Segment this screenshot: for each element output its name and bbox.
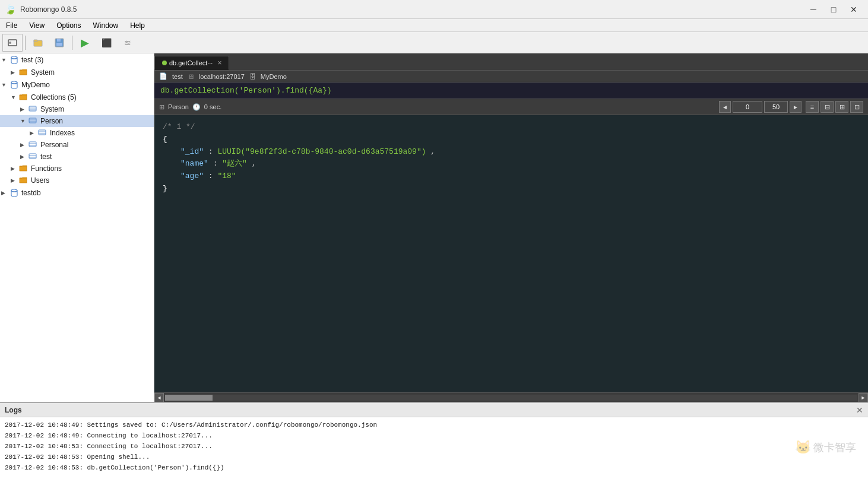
- tree-label: MyDemo: [21, 81, 50, 89]
- arrow-icon: ▶: [20, 106, 28, 112]
- log-line-4: 2017-12-02 10:48:53: Opening shell...: [5, 452, 863, 462]
- tree-item-functions[interactable]: ▶ Functions: [0, 163, 154, 175]
- log-line-5: 2017-12-02 10:48:53: db.getCollection('P…: [5, 462, 863, 473]
- svg-rect-5: [57, 39, 61, 42]
- arrow-icon: ▼: [1, 57, 9, 63]
- tab-close-button[interactable]: ×: [217, 59, 221, 67]
- tree-label: Users: [31, 176, 49, 185]
- tree-label: System: [40, 105, 64, 113]
- arrow-icon: ▶: [11, 177, 19, 183]
- tree-item-collections[interactable]: ▼ Collections (5): [0, 91, 154, 103]
- results-nav: ◄ ► ≡ ⊟ ⊞ ⊡: [719, 101, 863, 113]
- run-button[interactable]: ▶: [75, 34, 95, 52]
- tree-item-testdb[interactable]: ▶ testdb: [0, 186, 154, 199]
- tree-label: System: [31, 68, 55, 77]
- connect-button[interactable]: [2, 34, 23, 52]
- nav-pagesize-input[interactable]: [764, 101, 788, 113]
- maximize-button[interactable]: □: [824, 2, 843, 17]
- query-text: db.getCollection('Person').find({Aa}): [160, 86, 332, 95]
- menu-view[interactable]: View: [23, 19, 50, 32]
- scroll-track[interactable]: [165, 395, 857, 401]
- menu-file[interactable]: File: [0, 19, 23, 32]
- tab-dot: [162, 61, 167, 65]
- stop-button[interactable]: ⬛: [96, 34, 116, 52]
- results-grid-icon: ⊞: [159, 103, 164, 111]
- results-header: ⊞ Person 🕐 0 sec. ◄ ► ≡ ⊟ ⊞ ⊡: [154, 99, 868, 115]
- tree-item-indexes[interactable]: ▶ Indexes: [0, 127, 154, 139]
- minimize-button[interactable]: ─: [804, 2, 823, 17]
- app-title: Robomongo 0.8.5: [20, 5, 77, 14]
- logs-close-button[interactable]: ✕: [856, 405, 863, 415]
- folder-icon: [19, 176, 28, 185]
- bottom-header: Logs ✕: [0, 403, 868, 417]
- breadcrumb-db: MyDemo: [261, 73, 287, 80]
- tab-bar: db.getCollect··· ×: [154, 53, 868, 71]
- view-custom-button[interactable]: ⊡: [850, 101, 863, 113]
- code-value: "赵六": [222, 159, 247, 168]
- code-age-line: "age" : "18": [163, 170, 860, 183]
- bottom-panel: Logs ✕ 2017-12-02 10:48:49: Settings sav…: [0, 402, 868, 479]
- scroll-thumb[interactable]: [165, 395, 213, 401]
- svg-rect-9: [29, 106, 36, 111]
- tree-item-testcoll[interactable]: ▶ test: [0, 151, 154, 163]
- horizontal-scrollbar[interactable]: ◄ ►: [154, 392, 868, 402]
- code-area: /* 1 */ { "_id" : LUUID("9e8f2f3d-c78b-9…: [154, 115, 868, 392]
- tab-active[interactable]: db.getCollect··· ×: [154, 56, 229, 70]
- nav-next-button[interactable]: ►: [790, 101, 802, 113]
- results-title: Person: [168, 103, 189, 110]
- code-key: "name": [180, 159, 208, 168]
- toolbar: ▶ ⬛ ≋: [0, 32, 868, 53]
- code-colon: :: [208, 147, 218, 156]
- collection-icon: [28, 105, 38, 113]
- tree-item-users[interactable]: ▶ Users: [0, 175, 154, 186]
- view-table-button[interactable]: ⊞: [835, 101, 848, 113]
- prettify-button[interactable]: ≋: [118, 34, 138, 52]
- code-value: LUUID("9e8f2f3d-c78b-9840-ac0d-d63a57519…: [217, 147, 426, 156]
- breadcrumb-test: test: [172, 73, 183, 80]
- nav-current-input[interactable]: [733, 101, 762, 113]
- save-button[interactable]: [49, 34, 69, 52]
- scroll-left-arrow[interactable]: ◄: [154, 393, 164, 402]
- svg-rect-3: [34, 40, 37, 42]
- svg-rect-21: [29, 154, 36, 158]
- arrow-icon: ▶: [11, 69, 19, 75]
- menu-window[interactable]: Window: [87, 19, 125, 32]
- collection-icon: [28, 153, 38, 161]
- svg-rect-15: [39, 130, 46, 135]
- logs-title: Logs: [5, 406, 856, 414]
- tree-item-person[interactable]: ▼ Person: [0, 115, 154, 127]
- tree-label: Personal: [40, 141, 68, 149]
- view-tree-button[interactable]: ⊟: [821, 101, 834, 113]
- collection-icon: [28, 117, 38, 125]
- tree-item-personal[interactable]: ▶ Personal: [0, 139, 154, 151]
- nav-prev-button[interactable]: ◄: [719, 101, 731, 113]
- log-line-2: 2017-12-02 10:48:49: Connecting to local…: [5, 430, 863, 441]
- close-button[interactable]: ✕: [844, 2, 863, 17]
- view-list-button[interactable]: ≡: [806, 101, 819, 113]
- svg-rect-12: [29, 118, 36, 123]
- right-panel: db.getCollect··· × 📄 test 🖥 localhost:27…: [154, 53, 868, 402]
- logs-area: 2017-12-02 10:48:49: Settings saved to: …: [0, 417, 868, 479]
- results-time: 0 sec.: [204, 103, 221, 110]
- tree-item-test-system[interactable]: ▶ System: [0, 66, 154, 78]
- menu-options[interactable]: Options: [50, 19, 87, 32]
- tab-label: db.getCollect···: [169, 59, 213, 66]
- folder-icon: [19, 93, 28, 101]
- tree-item-system[interactable]: ▶ System: [0, 103, 154, 115]
- svg-rect-18: [29, 142, 36, 147]
- tree-item-mydemo[interactable]: ▼ MyDemo: [0, 78, 154, 91]
- svg-point-1: [9, 42, 11, 44]
- scroll-right-arrow[interactable]: ►: [859, 393, 868, 402]
- tree-label: Person: [40, 117, 63, 125]
- collection-icon: [38, 129, 47, 137]
- arrow-icon: ▼: [11, 94, 19, 100]
- open-button[interactable]: [28, 34, 48, 52]
- breadcrumb-host: localhost:27017: [199, 73, 245, 80]
- log-line-1: 2017-12-02 10:48:49: Settings saved to: …: [5, 420, 863, 430]
- code-open-brace: {: [163, 134, 860, 146]
- menu-help[interactable]: Help: [124, 19, 151, 32]
- db-icon: [9, 55, 19, 65]
- breadcrumb-bar: 📄 test 🖥 localhost:27017 🗄 MyDemo: [154, 71, 868, 83]
- arrow-icon: ▶: [11, 166, 19, 172]
- tree-item-test[interactable]: ▼ test (3): [0, 53, 154, 66]
